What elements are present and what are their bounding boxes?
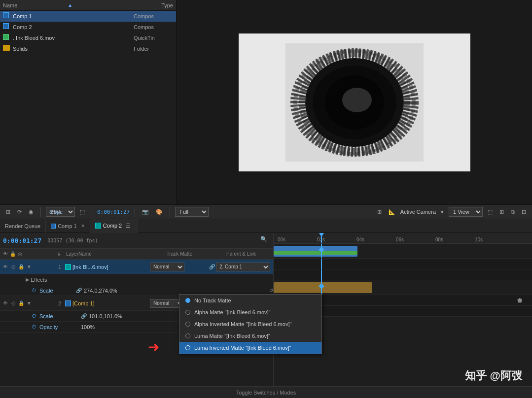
- effects-label[interactable]: Effects: [31, 277, 47, 283]
- comp1-tab-close[interactable]: ✕: [81, 223, 85, 229]
- inkbleed-name: . Ink Bleed 6.mov: [13, 35, 134, 41]
- view-btn1[interactable]: ⬚: [486, 208, 495, 216]
- layer2-lock[interactable]: 🔒: [18, 300, 25, 307]
- layer2-track-row: [274, 280, 532, 295]
- luma-matte-radio: [185, 333, 190, 338]
- luma-inverted-radio: [185, 345, 190, 350]
- layer2-eye[interactable]: 👁: [2, 300, 9, 307]
- preview-image: [285, 43, 424, 162]
- view-btn2[interactable]: ⊞: [497, 208, 506, 216]
- comp1-tab-label: Comp 1: [58, 223, 77, 229]
- layer2-bar: [274, 282, 372, 293]
- comp2-tab-menu[interactable]: ☰: [124, 222, 133, 230]
- layer2-scale-stopwatch[interactable]: ⏱: [32, 313, 37, 319]
- layer1-scale-label: Scale: [39, 288, 74, 294]
- no-track-matte-label: No Track Matte: [194, 298, 231, 303]
- layer1-eye[interactable]: 👁: [2, 264, 9, 270]
- dropdown-alpha-inverted-matte[interactable]: Alpha Inverted Matte "[Ink Bleed 6.mov]": [179, 318, 321, 330]
- view-btn4[interactable]: ⊟: [520, 208, 528, 216]
- view-select[interactable]: 1 View 2 Views: [449, 207, 483, 217]
- viewer-btn-3[interactable]: ◉: [27, 208, 35, 216]
- marker-10s: 10s: [475, 237, 483, 242]
- layer1-num: 1: [54, 264, 65, 270]
- layer1-parent-select[interactable]: 2. Comp 1: [216, 263, 270, 271]
- comp2-type: Compos: [134, 24, 173, 30]
- preview-area: [177, 0, 532, 204]
- project-panel: Name ▲ Type Comp 1 Compos Comp 2 Compos …: [0, 0, 177, 204]
- layer2-opacity-label: Opacity: [39, 324, 79, 330]
- camera-dropdown[interactable]: ▾: [439, 208, 446, 216]
- active-camera-label: Active Camera: [400, 209, 436, 215]
- layer1-link-icon: 🔗: [209, 264, 215, 269]
- view-btn3[interactable]: ⧉: [509, 208, 517, 216]
- layer2-scale-label: Scale: [39, 313, 79, 319]
- layer-column-headers: 👁 🔒 ◎ # LayerName Track Matte Parent & L…: [0, 249, 273, 260]
- no-track-matte-radio: [185, 298, 190, 303]
- layer2-solo[interactable]: ◎: [10, 300, 17, 307]
- quality-select[interactable]: Full Half Quarter: [175, 207, 209, 217]
- layer2-scale-link: 🔗: [81, 313, 87, 319]
- effects-expand[interactable]: ▶: [25, 277, 31, 282]
- tab-render-queue[interactable]: Render Queue: [0, 219, 46, 233]
- inkbleed-type: QuickTin: [134, 35, 173, 41]
- layer2-collapse[interactable]: ▼: [26, 300, 33, 306]
- alpha-inverted-label: Alpha Inverted Matte "[Ink Bleed 6.mov]": [194, 321, 291, 327]
- viewer-btn-2[interactable]: ⟳: [15, 208, 24, 216]
- timeline-tabs: Render Queue Comp 1 ✕ Comp 2 ☰: [0, 219, 532, 233]
- switches-header: 👁 🔒 ◎: [0, 251, 54, 257]
- zoom-fit-btn[interactable]: ⬚: [78, 208, 87, 216]
- layer-row-1[interactable]: 👁 ◎ 🔒 ▼ 1 [Ink Bl...6.mov] Normal 🔗 2. C…: [0, 260, 273, 274]
- comp2-icon: [3, 23, 11, 31]
- comp1-name: Comp 1: [13, 13, 134, 19]
- effects-playhead-line: [321, 259, 322, 269]
- dropdown-luma-inverted-matte[interactable]: Luma Inverted Matte "[Ink Bleed 6.mov]": [179, 342, 321, 354]
- timeline-search-btn[interactable]: 🔍: [260, 236, 270, 246]
- layer2-opacity-value: 100%: [81, 324, 95, 330]
- comp1-type: Compos: [134, 13, 173, 19]
- tab-comp2[interactable]: Comp 2 ☰: [90, 219, 139, 233]
- timecode-display: 0:00:01:27: [97, 209, 130, 215]
- layer1-lock[interactable]: 🔒: [18, 264, 25, 270]
- playhead[interactable]: [321, 233, 322, 243]
- project-item-comp2[interactable]: Comp 2 Compos: [0, 22, 176, 33]
- layer1-playhead-line: [321, 244, 322, 258]
- bpc-indicator: 8 bpc: [49, 209, 63, 215]
- layer1-mode-select[interactable]: Normal: [150, 263, 184, 271]
- tab-comp1[interactable]: Comp 1 ✕: [46, 219, 90, 233]
- render-queue-label: Render Queue: [5, 223, 40, 229]
- layer1-parent: 🔗 2. Comp 1: [209, 263, 273, 271]
- status-text: Toggle Switches / Modes: [236, 390, 296, 396]
- project-item-solids[interactable]: Solids Folder: [0, 43, 176, 54]
- marker-0s: 00s: [278, 237, 285, 242]
- timeline-controls: 0:00:01:27 00057 (30.00 fps) 🔍: [0, 233, 273, 249]
- scale-track-row: [274, 269, 532, 280]
- marker-4s: 04s: [356, 237, 364, 242]
- svg-point-7: [342, 88, 372, 112]
- dropdown-no-track-matte[interactable]: No Track Matte: [179, 295, 321, 306]
- layer1-scale-indent: ⏱ Scale 🔗 274.0,274.0% ↺: [0, 288, 273, 294]
- layer1-scale-reset[interactable]: ↺: [269, 288, 273, 293]
- arrow-indicator: ➜: [148, 339, 159, 355]
- comp1-icon: [3, 12, 11, 20]
- project-item-comp1[interactable]: Comp 1 Compos: [0, 11, 176, 22]
- comp2-name: Comp 2: [13, 24, 134, 30]
- comp2-tab-icon: [95, 223, 101, 229]
- dropdown-alpha-matte[interactable]: Alpha Matte "[Ink Bleed 6.mov]": [179, 306, 321, 318]
- toolbar-right: ⊞ 📐 Active Camera ▾ 1 View 2 Views ⬚ ⊞ ⧉…: [375, 207, 528, 217]
- layername-header: LayerName: [64, 251, 150, 257]
- solids-name: Solids: [13, 46, 134, 52]
- layer2-opacity-stopwatch[interactable]: ⏱: [32, 324, 37, 330]
- layer1-collapse[interactable]: ▼: [26, 264, 33, 269]
- viewer-btn-1[interactable]: ⊞: [4, 208, 12, 216]
- grid-btn[interactable]: ⊞: [375, 208, 384, 216]
- layer1-solo[interactable]: ◎: [10, 264, 17, 270]
- layer1-scale-stopwatch[interactable]: ⏱: [32, 288, 37, 294]
- snapshot-btn[interactable]: 📷: [140, 208, 151, 216]
- project-item-inkbleed[interactable]: . Ink Bleed 6.mov QuickTin: [0, 33, 176, 43]
- ruler-btn[interactable]: 📐: [387, 208, 397, 216]
- layer2-switches: 👁 ◎ 🔒 ▼: [0, 300, 54, 307]
- eye-header: 👁: [3, 251, 8, 257]
- dropdown-luma-matte[interactable]: Luma Matte "[Ink Bleed 6.mov]": [179, 330, 321, 342]
- luma-matte-label: Luma Matte "[Ink Bleed 6.mov]": [194, 333, 270, 339]
- color-picker-btn[interactable]: 🎨: [154, 208, 165, 216]
